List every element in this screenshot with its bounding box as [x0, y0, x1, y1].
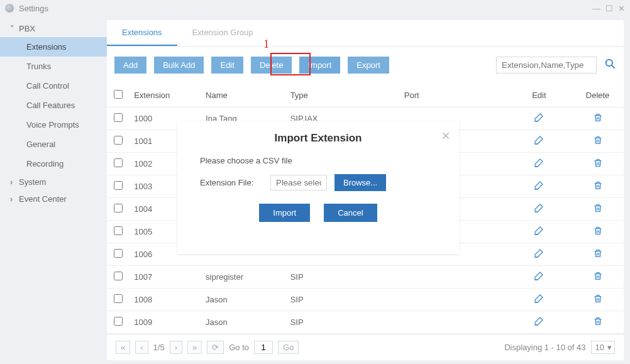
pager: « ‹ 1/5 › » ⟳ Go to Go Displaying 1 - 10… [107, 334, 624, 360]
sidebar-item-trunks[interactable]: Trunks [0, 57, 107, 76]
edit-icon[interactable] [534, 248, 544, 260]
chevron-down-icon: ▾ [607, 343, 612, 352]
minimize-button[interactable]: — [592, 4, 600, 13]
refresh-button[interactable]: ⟳ [207, 341, 224, 354]
sidebar-group-pbx[interactable]: ˅ PBX [0, 20, 107, 37]
delete-icon[interactable] [593, 271, 603, 283]
cell-type: SIP [285, 289, 399, 311]
cell-extension: 1009 [129, 311, 201, 334]
delete-button[interactable]: Delete [251, 57, 292, 74]
th-type: Type [285, 84, 399, 108]
import-button[interactable]: Import [299, 57, 340, 74]
file-field-label: Extension File: [200, 178, 263, 187]
delete-icon[interactable] [593, 248, 603, 260]
edit-icon[interactable] [534, 316, 544, 328]
th-port: Port [399, 84, 507, 108]
app-logo-icon [5, 4, 14, 13]
export-button[interactable]: Export [348, 57, 389, 74]
row-checkbox[interactable] [114, 136, 123, 145]
delete-icon[interactable] [593, 135, 603, 147]
display-range: Displaying 1 - 10 of 43 [504, 343, 585, 352]
sidebar-item-voice-prompts[interactable]: Voice Prompts [0, 115, 107, 135]
sidebar: ˅ PBX Extensions Trunks Call Control Cal… [0, 16, 107, 364]
chevron-right-icon: › [10, 194, 19, 204]
chevron-right-icon: › [10, 177, 19, 187]
row-checkbox[interactable] [114, 249, 123, 258]
titlebar: Settings — ☐ ✕ [0, 0, 630, 16]
next-page-button[interactable]: › [170, 341, 182, 354]
sidebar-group-label: PBX [19, 24, 35, 33]
close-window-button[interactable]: ✕ [618, 4, 625, 13]
cell-type: SIP [285, 311, 399, 334]
chevron-down-icon: ˅ [10, 24, 19, 33]
sidebar-item-call-features[interactable]: Call Features [0, 96, 107, 115]
tab-extension-group[interactable]: Extension Group [177, 20, 268, 46]
browse-button[interactable]: Browse... [334, 174, 386, 191]
goto-label: Go to [229, 343, 249, 352]
edit-icon[interactable] [534, 180, 544, 192]
sidebar-item-extensions[interactable]: Extensions [0, 37, 107, 57]
th-extension: Extension [129, 84, 201, 108]
goto-input[interactable] [254, 341, 273, 354]
th-name: Name [201, 84, 285, 108]
cell-name: sipregister [201, 266, 285, 289]
cell-extension: 1007 [129, 266, 201, 289]
row-checkbox[interactable] [114, 113, 123, 122]
sidebar-group-event-center[interactable]: › Event Center [0, 190, 107, 207]
delete-icon[interactable] [593, 113, 603, 124]
maximize-button[interactable]: ☐ [605, 4, 613, 13]
row-checkbox[interactable] [114, 226, 123, 235]
edit-icon[interactable] [534, 271, 544, 283]
edit-icon[interactable] [534, 158, 544, 170]
page-label: 1/5 [153, 343, 165, 352]
last-page-button[interactable]: » [187, 341, 202, 354]
select-all-checkbox[interactable] [114, 90, 123, 99]
dialog-cancel-button[interactable]: Cancel [324, 204, 377, 222]
cell-port [399, 311, 507, 334]
delete-icon[interactable] [593, 180, 603, 192]
go-button[interactable]: Go [278, 341, 299, 354]
close-icon[interactable]: ✕ [441, 130, 450, 143]
edit-icon[interactable] [534, 294, 544, 306]
sidebar-item-general[interactable]: General [0, 135, 107, 154]
first-page-button[interactable]: « [116, 341, 130, 354]
delete-icon[interactable] [593, 203, 603, 215]
page-size-select[interactable]: 10 ▾ [591, 341, 615, 354]
bulk-add-button[interactable]: Bulk Add [154, 57, 204, 74]
edit-button[interactable]: Edit [211, 57, 243, 74]
svg-point-0 [606, 59, 612, 65]
dialog-import-button[interactable]: Import [259, 204, 310, 222]
delete-icon[interactable] [593, 226, 603, 238]
delete-icon[interactable] [593, 294, 603, 306]
prev-page-button[interactable]: ‹ [135, 341, 148, 354]
edit-icon[interactable] [534, 113, 544, 124]
search-icon[interactable] [604, 58, 616, 73]
row-checkbox[interactable] [114, 181, 123, 190]
row-checkbox[interactable] [114, 294, 123, 303]
edit-icon[interactable] [534, 226, 544, 238]
sidebar-group-label: System [19, 177, 46, 187]
row-checkbox[interactable] [114, 158, 123, 167]
sidebar-item-call-control[interactable]: Call Control [0, 76, 107, 96]
add-button[interactable]: Add [114, 57, 146, 74]
cell-port [399, 289, 507, 311]
search-input[interactable] [496, 57, 597, 74]
tab-extensions[interactable]: Extensions [107, 20, 177, 46]
th-delete: Delete [572, 84, 624, 108]
row-checkbox[interactable] [114, 317, 123, 326]
delete-icon[interactable] [593, 158, 603, 170]
delete-icon[interactable] [593, 316, 603, 328]
row-checkbox[interactable] [114, 272, 123, 280]
th-edit: Edit [507, 84, 572, 108]
row-checkbox[interactable] [114, 204, 123, 212]
edit-icon[interactable] [534, 135, 544, 147]
file-path-input[interactable] [270, 175, 327, 190]
cell-port [399, 266, 507, 289]
edit-icon[interactable] [534, 203, 544, 215]
sidebar-group-system[interactable]: › System [0, 174, 107, 190]
window-title: Settings [19, 4, 592, 13]
table-row: 1007sipregisterSIP [107, 266, 624, 289]
dialog-title: Import Extension [187, 132, 449, 145]
sidebar-item-recording[interactable]: Recording [0, 154, 107, 174]
table-row: 1008JasonSIP [107, 289, 624, 311]
